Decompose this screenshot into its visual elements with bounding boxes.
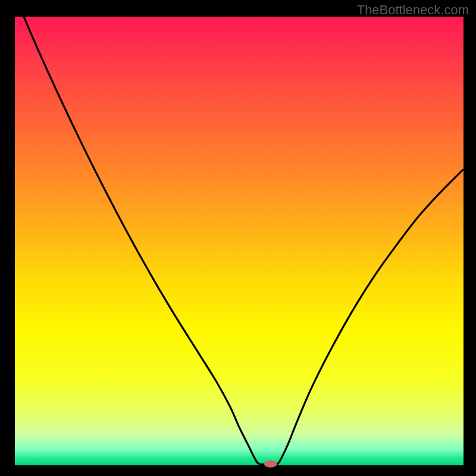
chart-container: TheBottleneck.com [0,0,476,476]
watermark-text: TheBottleneck.com [357,2,469,18]
optimal-marker [264,461,277,468]
bottleneck-chart [0,0,476,476]
plot-background [15,17,464,465]
